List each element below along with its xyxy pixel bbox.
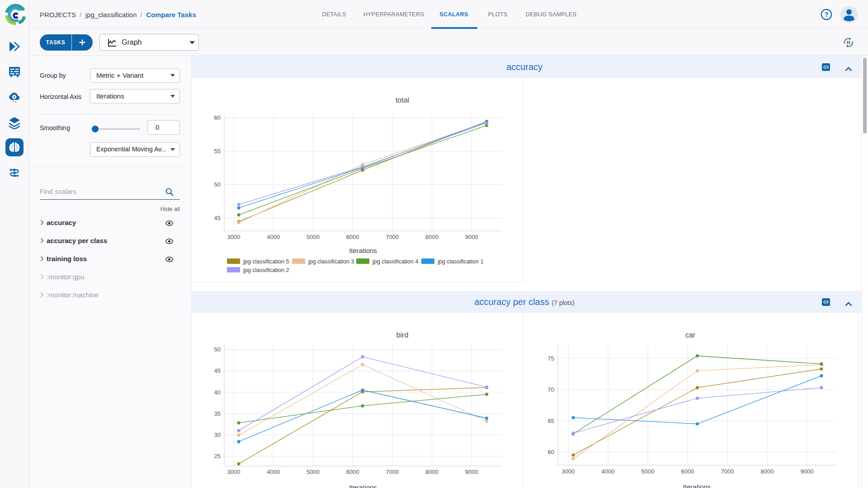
svg-text:bird: bird xyxy=(396,331,409,339)
svg-text:40: 40 xyxy=(214,389,221,396)
svg-text:car: car xyxy=(685,331,696,339)
svg-text:Iterations: Iterations xyxy=(349,247,377,254)
svg-text:4000: 4000 xyxy=(267,469,280,475)
svg-text:jpg classification 1: jpg classification 1 xyxy=(437,258,483,265)
svg-text:7000: 7000 xyxy=(386,469,399,475)
svg-text:35: 35 xyxy=(214,410,221,417)
svg-text:60: 60 xyxy=(548,449,554,455)
svg-text:5000: 5000 xyxy=(642,468,655,475)
svg-text:jpg classification 2: jpg classification 2 xyxy=(243,267,289,273)
svg-text:5000: 5000 xyxy=(307,234,320,240)
svg-text:50: 50 xyxy=(214,346,221,353)
svg-text:4000: 4000 xyxy=(602,468,615,475)
svg-text:30: 30 xyxy=(214,432,221,438)
svg-text:5000: 5000 xyxy=(307,469,320,475)
svg-text:7000: 7000 xyxy=(386,234,399,240)
svg-text:9000: 9000 xyxy=(465,234,478,240)
svg-text:8000: 8000 xyxy=(761,468,774,475)
svg-text:jpg classification 5: jpg classification 5 xyxy=(243,258,289,265)
svg-text:6000: 6000 xyxy=(681,468,694,475)
svg-text:45: 45 xyxy=(214,367,221,374)
svg-text:7000: 7000 xyxy=(721,468,734,475)
svg-text:8000: 8000 xyxy=(425,469,439,475)
svg-text:50: 50 xyxy=(214,181,221,188)
svg-text:6000: 6000 xyxy=(346,234,359,240)
svg-text:3000: 3000 xyxy=(562,468,575,475)
svg-text:jpg classification 4: jpg classification 4 xyxy=(372,258,418,265)
svg-text:3000: 3000 xyxy=(227,234,241,240)
svg-text:9000: 9000 xyxy=(801,468,814,475)
svg-text:jpg classification 3: jpg classification 3 xyxy=(308,258,354,265)
svg-text:45: 45 xyxy=(214,215,221,221)
svg-text:4000: 4000 xyxy=(267,234,280,240)
svg-text:70: 70 xyxy=(548,386,554,393)
svg-text:Iterations: Iterations xyxy=(683,483,711,488)
svg-text:?: ? xyxy=(825,11,829,18)
svg-text:55: 55 xyxy=(214,148,221,155)
svg-text:65: 65 xyxy=(548,418,554,424)
svg-text:75: 75 xyxy=(548,355,554,362)
svg-text:25: 25 xyxy=(214,453,221,460)
svg-text:8000: 8000 xyxy=(425,234,439,240)
svg-text:6000: 6000 xyxy=(346,469,359,475)
svg-text:9000: 9000 xyxy=(465,469,478,475)
svg-text:Iterations: Iterations xyxy=(349,483,377,488)
svg-text:total: total xyxy=(396,96,409,104)
svg-text:3000: 3000 xyxy=(227,469,241,475)
svg-text:60: 60 xyxy=(214,114,221,121)
